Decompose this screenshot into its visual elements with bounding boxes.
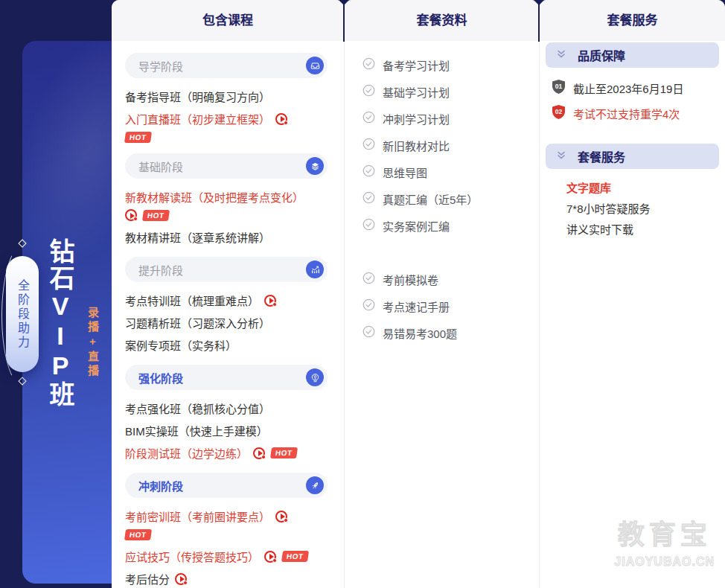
mind-icon	[306, 368, 324, 386]
course-item-label: 应试技巧（传授答题技巧）	[125, 549, 259, 564]
stage-pill: 提升阶段	[125, 257, 328, 282]
layers-icon	[306, 157, 324, 175]
inbox-icon	[306, 57, 324, 74]
material-item-label: 思维导图	[383, 164, 427, 180]
shield-badge-icon: 01	[552, 79, 566, 95]
course-item-label: 教材精讲班（逐章系统讲解）	[125, 229, 270, 245]
check-circle-icon	[362, 164, 375, 179]
column-courses: 包含课程 导学阶段备考指导班（明确复习方向）入门直播班（初步建立框架）HOT基础…	[112, 0, 344, 588]
play-video-icon[interactable]	[125, 209, 137, 221]
double-chevron-down-icon	[556, 150, 566, 163]
stage-name: 基础阶段	[138, 159, 183, 174]
course-item-label: 案例专项班（实务科）	[125, 337, 237, 353]
course-item-label: 入门直播班（初步建立框架）	[125, 111, 270, 127]
material-item: 考前模拟卷	[362, 266, 539, 293]
material-item-label: 考前模拟卷	[383, 272, 438, 287]
service-rows: 01截止至2023年6月19日02考试不过支持重学4次	[546, 75, 719, 126]
service-section: 套餐服务文字题库7*8小时答疑服务讲义实时下载	[546, 144, 719, 239]
check-circle-icon	[362, 57, 375, 72]
double-chevron-down-icon	[556, 48, 566, 62]
sidebar: 全阶段助力 钻石VIP班 录播+直播	[0, 0, 112, 588]
material-item: 真题汇编（近5年）	[362, 185, 539, 212]
watermark: 教育宝 JIAOYUBAO.CN	[614, 513, 715, 569]
course-item-label: 新教材解读班（及时把握考点变化）	[125, 189, 304, 205]
play-video-icon[interactable]	[264, 551, 276, 563]
course-item: 考点特训班（梳理重难点）	[112, 290, 344, 311]
course-package-panel: 全阶段助力 钻石VIP班 录播+直播 包含课程 导学阶段备考指导班（明确复习方向…	[0, 0, 725, 588]
course-item: 习题精析班（习题深入分析）	[112, 312, 344, 333]
services-header: 套餐服务	[540, 0, 725, 41]
material-item-label: 备考学习计划	[383, 57, 450, 73]
check-circle-icon	[362, 84, 375, 99]
material-item-label: 考点速记手册	[383, 298, 450, 314]
course-item-label: BIM实操班（快速上手建模）	[125, 423, 268, 438]
material-item: 基础学习计划	[362, 78, 539, 105]
hot-badge: HOT	[142, 210, 170, 221]
service-item: 02考试不过支持重学4次	[546, 100, 719, 126]
service-section-title: 套餐服务	[578, 147, 625, 165]
column-divider	[343, 0, 345, 42]
services-list: 品质保障01截止至2023年6月19日02考试不过支持重学4次套餐服务文字题库7…	[540, 41, 725, 239]
course-item-label: 阶段测试班（边学边练）	[125, 445, 248, 461]
hot-badge: HOT	[124, 529, 152, 540]
course-item-label: 考前密训班（考前圈讲要点）	[125, 508, 270, 524]
service-rows: 文字题库7*8小时答疑服务讲义实时下载	[546, 176, 719, 239]
course-item: 考前密训班（考前圈讲要点）	[112, 505, 344, 527]
play-video-icon[interactable]	[275, 511, 287, 523]
package-title: 钻石VIP班	[42, 238, 79, 408]
shield-badge: 01	[552, 79, 566, 97]
play-video-icon[interactable]	[264, 295, 276, 307]
svg-text:01: 01	[555, 83, 563, 90]
material-item-label: 实务案例汇编	[383, 218, 450, 234]
materials-group: 考前模拟卷考点速记手册易错易考300题	[362, 266, 539, 346]
course-item-label: 考点特训班（梳理重难点）	[125, 293, 259, 308]
hot-badge: HOT	[124, 132, 152, 143]
course-item: 阶段测试班（边学边练）HOT	[112, 442, 344, 464]
column-divider	[538, 0, 540, 42]
check-circle-icon	[362, 138, 375, 153]
play-video-icon[interactable]	[175, 573, 187, 585]
course-item: 应试技巧（传授答题技巧）HOT	[112, 546, 344, 567]
package-subtitle: 录播+直播	[83, 307, 101, 379]
shield-badge: 02	[552, 104, 566, 122]
stage-name: 冲刺阶段	[138, 478, 183, 493]
material-item-label: 真题汇编（近5年）	[383, 191, 478, 207]
play-video-icon[interactable]	[253, 447, 265, 459]
check-circle-icon	[362, 218, 375, 233]
material-item: 新旧教材对比	[362, 132, 539, 159]
stage-name: 强化阶段	[138, 370, 183, 386]
material-item-label: 新旧教材对比	[383, 138, 450, 153]
course-item: 入门直播班（初步建立框架）	[112, 108, 344, 130]
chart-up-icon	[306, 261, 324, 278]
course-item-badges: HOT	[112, 130, 344, 144]
materials-list: 备考学习计划基础学习计划冲刺学习计划新旧教材对比思维导图真题汇编（近5年）实务案…	[345, 41, 539, 346]
course-item: 考点强化班（稳抓核心分值）	[112, 397, 344, 419]
watermark-logo-text: 教育宝	[614, 513, 715, 552]
material-item-label: 冲刺学习计划	[383, 111, 450, 127]
course-item: BIM实操班（快速上手建模）	[112, 420, 344, 441]
course-item-label: 习题精析班（习题深入分析）	[125, 315, 270, 330]
ribbon-label: 全阶段助力	[13, 279, 31, 350]
service-section-header[interactable]: 品质保障	[546, 42, 719, 68]
check-circle-icon	[362, 325, 375, 340]
service-item: 讲义实时下载	[546, 218, 719, 239]
service-section-title: 品质保障	[578, 46, 625, 64]
full-stage-ribbon: 全阶段助力	[6, 256, 39, 372]
course-item: 备考指导班（明确复习方向）	[112, 86, 344, 107]
course-item-label: 考后估分	[125, 571, 170, 587]
service-section-header[interactable]: 套餐服务	[546, 144, 719, 169]
service-item: 文字题库	[546, 176, 719, 197]
hot-badge: HOT	[270, 447, 298, 458]
watermark-url-text: JIAOYUBAO.CN	[614, 555, 715, 569]
service-item-label: 截止至2023年6月19日	[573, 80, 683, 96]
course-item-label: 备考指导班（明确复习方向）	[125, 89, 270, 104]
rocket-icon	[306, 476, 324, 494]
service-item: 01截止至2023年6月19日	[546, 75, 719, 100]
material-item-label: 基础学习计划	[383, 84, 450, 100]
course-list: 导学阶段备考指导班（明确复习方向）入门直播班（初步建立框架）HOT基础阶段新教材…	[112, 41, 344, 588]
column-services: 套餐服务 品质保障01截止至2023年6月19日02考试不过支持重学4次套餐服务…	[539, 0, 725, 588]
service-section: 品质保障01截止至2023年6月19日02考试不过支持重学4次	[546, 42, 719, 126]
material-item: 冲刺学习计划	[362, 105, 539, 132]
material-item-label: 易错易考300题	[383, 325, 457, 341]
play-video-icon[interactable]	[275, 113, 287, 125]
